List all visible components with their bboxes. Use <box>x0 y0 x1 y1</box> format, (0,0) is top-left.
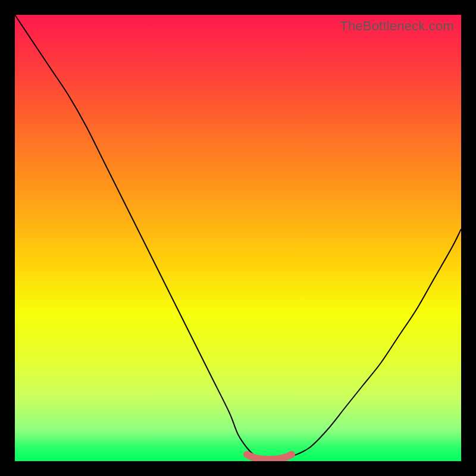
curve-overlay <box>15 15 461 461</box>
plot-area: TheBottleneck.com <box>15 15 461 461</box>
chart-frame: TheBottleneck.com <box>0 0 476 476</box>
bottleneck-curve-path <box>15 15 461 461</box>
optimal-zone-path <box>247 455 292 459</box>
